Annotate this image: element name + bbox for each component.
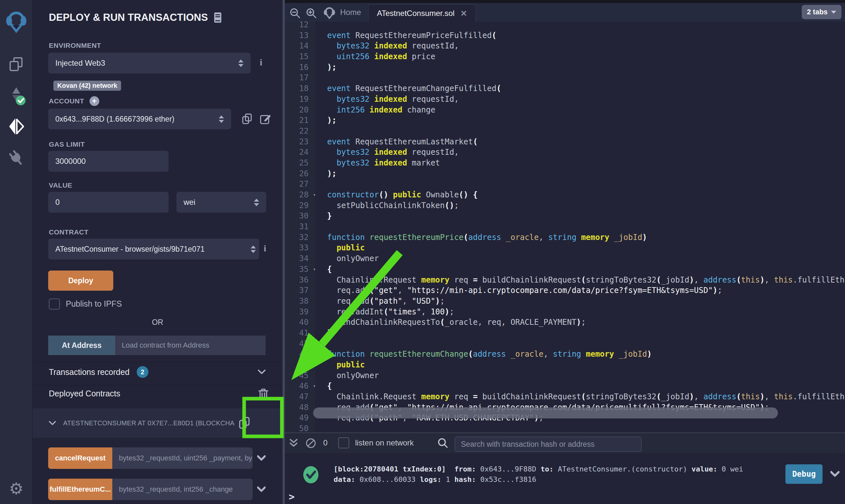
deploy-run-icon[interactable] [0,116,33,137]
code-line[interactable]: 28▾constructor() public Ownable() { [285,190,845,200]
fulfill-ethereum-button[interactable]: fulfillEthereumC... [48,479,112,500]
deploy-button[interactable]: Deploy [48,271,113,291]
plus-circle-icon[interactable]: + [89,96,99,106]
chevron-down-icon[interactable] [830,471,840,477]
code-line[interactable]: 24 bytes32 indexed requestId, [285,147,845,158]
code-line[interactable]: 45 onlyOwner [285,371,845,381]
code-line[interactable]: 12 [285,19,845,30]
code-line[interactable]: 32function requestEthereumPrice(address … [285,232,845,243]
terminal-header: 0 listen on network Search with transact… [285,433,845,453]
chevron-down-icon[interactable] [258,370,265,375]
environment-info-icon[interactable]: i [260,57,262,68]
listen-network-checkbox[interactable] [338,437,349,448]
tx-log-line1[interactable]: [block:20780401 txIndex:0] from: 0x643..… [334,464,743,474]
code-line[interactable]: 26); [285,168,845,179]
code-line[interactable]: 23event RequestEthereumLastMarket( [285,137,845,147]
code-line[interactable]: 19 bytes32 indexed requestId, [285,94,845,105]
code-line[interactable]: 44 public [285,360,845,371]
at-address-input[interactable]: Load contract from Address [115,336,265,355]
publish-ipfs-checkbox[interactable] [49,299,60,309]
code-line[interactable]: 21); [285,115,845,126]
fulfill-ethereum-params-input[interactable]: bytes32 _requestId, int256 _change [112,479,253,500]
cancel-request-params-input[interactable]: bytes32 _requestId, uint256 _payment, by [112,447,253,469]
code-line[interactable]: 41} [285,328,845,339]
settings-gear-icon[interactable]: ⚙ [0,477,33,500]
code-line[interactable]: 42 [285,339,845,349]
code-line[interactable]: 39 req.addInt("times", 100); [285,307,845,317]
code-line[interactable]: 17 [285,73,845,83]
code-line[interactable]: 22 [285,126,845,137]
plugin-manager-icon[interactable] [0,148,33,168]
deployed-contract-row[interactable]: ATESTNETCONSUMER AT 0X7E7...E80D1 (BLOCK… [33,409,282,438]
file-explorer-icon[interactable] [0,55,33,74]
editor: Home ATestnetConsumer.sol ✕ 2 tabs 1213e… [285,0,845,432]
code-line[interactable]: 46▾{ [285,381,845,392]
solidity-compiler-icon[interactable] [0,85,33,106]
code-lines[interactable]: 1213event RequestEthereumPriceFulfilled(… [285,19,845,432]
double-chevron-down-icon[interactable] [289,438,298,448]
divider [33,385,282,385]
zoom-in-icon[interactable] [306,7,317,19]
copy-contract-icon[interactable] [238,416,252,430]
copy-account-icon[interactable] [241,112,254,126]
code-line[interactable]: 40 sendChainlinkRequestTo(_oracle, req, … [285,317,845,328]
cancel-request-button[interactable]: cancelRequest [48,447,112,469]
gas-limit-input[interactable]: 3000000 [48,151,169,172]
code-line[interactable]: 50 [285,424,845,432]
tab-bar: Home ATestnetConsumer.sol ✕ 2 tabs [285,3,845,22]
editor-top-strip [285,0,845,3]
close-icon[interactable]: ✕ [460,9,467,18]
code-line[interactable]: 25 bytes32 indexed market [285,158,845,168]
code-line[interactable]: 14 bytes32 indexed requestId, [285,41,845,51]
code-line[interactable]: 33 public [285,242,845,253]
chevron-down-icon[interactable] [49,421,56,426]
chevron-down-icon [831,11,836,14]
at-address-row: At Address Load contract from Address [48,336,265,355]
code-line[interactable]: 20 int256 indexed change [285,105,845,115]
code-line[interactable]: 37 req.add("get", "https://min-api.crypt… [285,285,845,296]
value-input[interactable]: 0 [48,192,169,213]
terminal-search-input[interactable]: Search with transaction hash or address [455,437,641,452]
zoom-out-icon[interactable] [289,7,301,19]
pending-tx-count: 0 [323,438,327,447]
ban-icon[interactable] [305,437,317,449]
code-line[interactable]: 18event RequestEthereumChangeFulfilled( [285,83,845,94]
tx-log-line2[interactable]: data: 0x608...60033 logs: 1 hash: 0x53c.… [334,475,536,485]
at-address-button[interactable]: At Address [48,336,115,355]
value-unit-select[interactable]: wei [176,192,266,213]
chevron-down-icon[interactable] [257,486,265,492]
code-line[interactable]: 47 Chainlink.Request memory req = buildC… [285,392,845,402]
environment-label: ENVIRONMENT [49,42,101,50]
trash-icon[interactable] [257,388,270,401]
code-line[interactable]: 15 uint256 indexed price [285,51,845,62]
account-label: ACCOUNT [49,97,84,105]
code-line[interactable]: 43function requestEthereumChange(address… [285,349,845,360]
code-line[interactable]: 31 [285,221,845,232]
code-line[interactable]: 30} [285,211,845,221]
horizontal-scrollbar[interactable] [313,408,778,418]
code-line[interactable]: 36 Chainlink.Request memory req = buildC… [285,275,845,286]
remix-logo [0,8,33,36]
terminal-prompt[interactable]: > [289,491,295,502]
search-icon [437,437,448,448]
account-select[interactable]: 0x643...9F88D (1.666673996 ether) [48,109,231,129]
code-line[interactable]: 38 req.add("path", "USD"); [285,296,845,307]
code-line[interactable]: 29 setPublicChainlinkToken(); [285,200,845,211]
code-line[interactable]: 34 onlyOwner [285,253,845,264]
debug-button[interactable]: Debug [786,464,823,484]
environment-select[interactable]: Injected Web3 [48,53,251,73]
code-line[interactable]: 16); [285,62,845,73]
document-icon[interactable] [213,12,222,23]
code-line[interactable]: 35▾{ [285,264,845,275]
contract-select[interactable]: ATestnetConsumer - browser/gists/9b71e07… [48,239,259,259]
panel-resize-handle[interactable] [282,0,285,504]
tab-home[interactable]: Home [340,8,361,17]
edit-account-icon[interactable] [259,112,272,126]
remix-ide: ⚙ DEPLOY & RUN TRANSACTIONS ENVIRONMENT … [0,0,845,504]
code-line[interactable]: 13event RequestEthereumPriceFulfilled( [285,30,845,41]
code-line[interactable]: 27 [285,179,845,190]
transactions-recorded[interactable]: Transactions recorded 2 [49,366,149,378]
chevron-down-icon[interactable] [257,455,265,461]
tabs-menu-button[interactable]: 2 tabs [802,5,841,19]
contract-info-icon[interactable]: i [264,243,266,254]
